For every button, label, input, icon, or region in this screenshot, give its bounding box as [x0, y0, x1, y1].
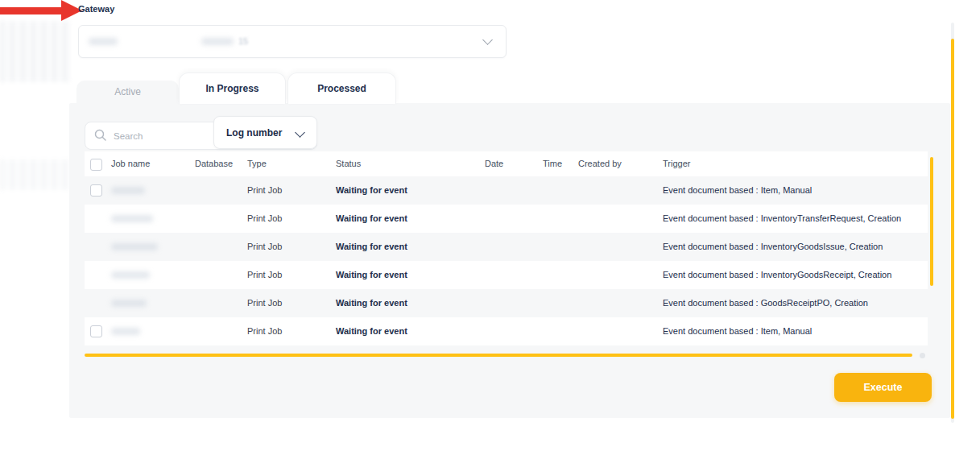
- chevron-down-icon: [295, 127, 305, 138]
- col-type: Type: [247, 159, 267, 168]
- search-icon: [94, 129, 107, 142]
- col-trigger: Trigger: [663, 159, 690, 168]
- log-number-label: Log number: [226, 127, 282, 139]
- cell-trigger: Event document based : InventoryGoodsRec…: [663, 270, 891, 279]
- search-input[interactable]: [112, 123, 228, 148]
- redacted-job-name: [111, 328, 140, 335]
- cell-status: Waiting for event: [336, 298, 407, 308]
- cell-status: Waiting for event: [336, 326, 407, 336]
- cell-type: Print Job: [247, 185, 282, 195]
- execute-button[interactable]: Execute: [834, 373, 932, 402]
- background-blur-stripes: [0, 159, 71, 190]
- col-job-name: Job name: [111, 159, 150, 168]
- table-header: Job name Database Type Status Date Time …: [85, 151, 928, 176]
- tab-in-progress[interactable]: In Progress: [179, 72, 286, 104]
- cell-trigger: Event document based : Item, Manual: [663, 185, 812, 195]
- cell-type: Print Job: [247, 326, 282, 336]
- tab-processed[interactable]: Processed: [287, 72, 396, 104]
- arrow-shaft: [0, 7, 63, 14]
- gateway-select[interactable]: 15: [78, 25, 507, 58]
- cell-trigger: Event document based : GoodsReceiptPO, C…: [663, 298, 868, 308]
- cell-status: Waiting for event: [336, 270, 407, 279]
- table-row[interactable]: Print Job Waiting for event Event docume…: [85, 289, 928, 317]
- table-row[interactable]: Print Job Waiting for event Event docume…: [85, 233, 928, 261]
- cell-status: Waiting for event: [336, 185, 407, 195]
- cell-status: Waiting for event: [336, 242, 407, 251]
- execute-label: Execute: [864, 382, 903, 393]
- tab-label: In Progress: [205, 83, 258, 94]
- redacted-text-fragment: 15: [238, 36, 248, 46]
- scrollbar-corner: [920, 353, 925, 358]
- table-row[interactable]: Print Job Waiting for event Event docume…: [85, 176, 928, 205]
- cell-type: Print Job: [247, 213, 282, 223]
- col-status: Status: [336, 159, 361, 168]
- col-created-by: Created by: [578, 159, 622, 168]
- table-horizontal-scrollbar[interactable]: [85, 354, 912, 357]
- gateway-page: Gateway 15 Active In Progress Processed …: [0, 0, 980, 451]
- redacted-text: [201, 38, 234, 45]
- redacted-job-name: [111, 243, 158, 250]
- redacted-job-name: [111, 271, 150, 279]
- page-scrollbar-thumb[interactable]: [951, 39, 954, 419]
- table-vertical-scrollbar[interactable]: [930, 157, 933, 286]
- cell-trigger: Event document based : InventoryTransfer…: [663, 213, 901, 223]
- row-checkbox[interactable]: [90, 184, 102, 197]
- redacted-text: [89, 38, 118, 45]
- tab-label: Processed: [317, 83, 366, 94]
- cell-trigger: Event document based : Item, Manual: [663, 326, 812, 336]
- gateway-label: Gateway: [78, 4, 114, 14]
- select-all-checkbox[interactable]: [90, 159, 102, 171]
- redacted-job-name: [111, 187, 145, 194]
- cell-type: Print Job: [247, 242, 282, 251]
- row-checkbox[interactable]: [90, 325, 102, 337]
- tab-active[interactable]: Active: [76, 81, 179, 103]
- cell-type: Print Job: [247, 270, 282, 279]
- table-row[interactable]: Print Job Waiting for event Event docume…: [85, 261, 928, 289]
- cell-status: Waiting for event: [336, 213, 407, 223]
- redacted-job-name: [111, 215, 153, 222]
- table-row[interactable]: Print Job Waiting for event Event docume…: [85, 317, 928, 345]
- tab-label: Active: [114, 86, 141, 97]
- col-time: Time: [543, 159, 562, 168]
- redacted-job-name: [111, 300, 147, 307]
- log-number-dropdown[interactable]: Log number: [213, 116, 317, 149]
- background-blur-stripes: [0, 21, 71, 82]
- table-row[interactable]: Print Job Waiting for event Event docume…: [85, 205, 928, 233]
- col-date: Date: [485, 159, 503, 168]
- cell-type: Print Job: [247, 298, 282, 308]
- cell-trigger: Event document based : InventoryGoodsIss…: [663, 242, 883, 251]
- col-database: Database: [195, 159, 233, 168]
